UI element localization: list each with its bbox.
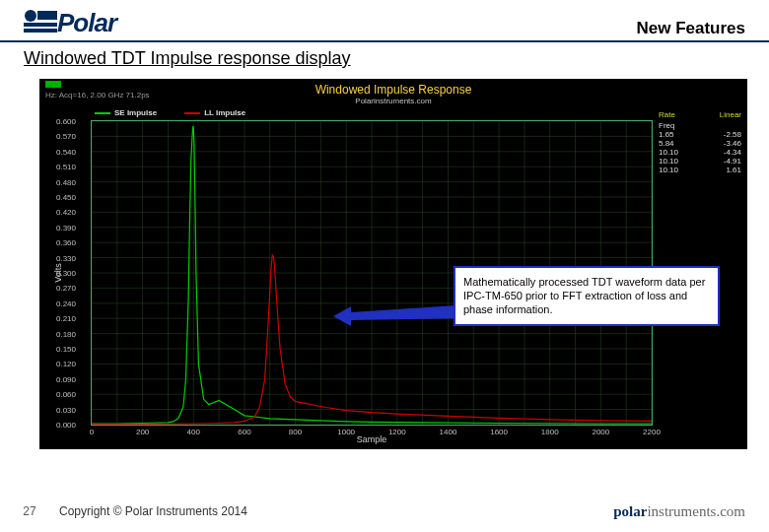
svg-rect-3 [24,29,57,33]
brand-b: instruments.com [647,503,745,519]
side-row: 10.101.61 [659,166,741,174]
x-axis-label: Sample [357,434,387,444]
chart-config-text: Hz: Acq=16, 2.00 GHz 71.2ps [45,91,150,100]
y-tick: 0.570 [56,132,76,141]
y-tick: 0.030 [56,405,76,414]
side-h1: Rate [659,110,675,119]
side-data-panel: Rate Linear Freq1.65-2.585.84-3.4610.10-… [659,110,741,174]
y-tick: 0.360 [56,238,76,247]
legend-label-ll: LL Impulse [204,108,245,117]
side-row: 1.65-2.58 [659,130,741,139]
copyright-text: Copyright © Polar Instruments 2014 [59,504,414,518]
brand-a: polar [613,503,647,519]
legend-item-se: SE Impulse [95,108,157,117]
side-row: 10.10-4.34 [659,148,741,157]
brand-footer: polarinstruments.com [613,503,745,520]
chart-container: P13 Hz: Acq=16, 2.00 GHz 71.2ps Windowed… [39,79,747,449]
y-tick: 0.180 [56,329,76,338]
y-tick: 0.270 [56,284,76,293]
side-row: 5.84-3.46 [659,139,741,148]
callout-text: Mathematically processed TDT waveform da… [463,276,705,315]
x-tick: 1600 [490,428,508,436]
svg-rect-2 [24,23,57,27]
y-tick: 0.540 [56,147,76,156]
y-tick: 0.600 [56,117,76,126]
chart-legend: SE Impulse LL Impulse [95,108,245,117]
logo-icon [24,9,57,38]
header-title: New Features [636,19,745,38]
page-number: 27 [0,504,59,518]
legend-item-ll: LL Impulse [184,108,245,117]
y-tick: 0.090 [56,374,76,383]
y-tick: 0.000 [56,421,76,430]
y-tick: 0.330 [56,253,76,262]
y-tick: 0.390 [56,223,76,232]
y-tick: 0.510 [56,163,76,171]
logo: Polar [24,8,116,38]
x-tick: 1000 [337,428,355,436]
y-tick: 0.150 [56,345,76,354]
legend-swatch-red [184,112,200,114]
callout-box: Mathematically processed TDT waveform da… [454,266,720,326]
x-tick: 2000 [592,428,609,436]
side-row: Freq [659,121,741,130]
x-tick: 2200 [643,428,661,436]
y-tick: 0.480 [56,177,76,186]
x-tick: 200 [136,428,149,436]
callout-arrow-icon [333,300,471,326]
svg-rect-1 [37,11,57,20]
chart-badge: P13 [45,81,61,88]
y-tick: 0.300 [56,269,76,278]
x-tick: 0 [90,428,94,436]
legend-label-se: SE Impulse [114,108,157,117]
x-tick: 600 [238,428,250,436]
page-title: Windowed TDT Impulse response display [0,42,769,73]
x-tick: 1400 [440,428,457,436]
side-row: 10.10-4.91 [659,157,741,166]
side-h2: Linear [720,110,741,119]
y-tick: 0.420 [56,208,76,217]
logo-text: Polar [57,8,116,38]
x-tick: 1200 [388,428,406,436]
x-tick: 400 [187,428,200,436]
legend-swatch-green [95,112,110,114]
y-tick: 0.240 [56,299,76,307]
y-tick: 0.060 [56,390,76,399]
y-tick: 0.120 [56,360,76,368]
svg-point-0 [25,10,36,22]
header: Polar New Features [0,0,769,42]
y-tick: 0.450 [56,193,76,202]
x-tick: 1800 [541,428,559,436]
x-tick: 800 [289,428,302,436]
y-tick: 0.210 [56,314,76,323]
svg-marker-48 [333,304,471,326]
side-panel-header: Rate Linear [659,110,741,119]
